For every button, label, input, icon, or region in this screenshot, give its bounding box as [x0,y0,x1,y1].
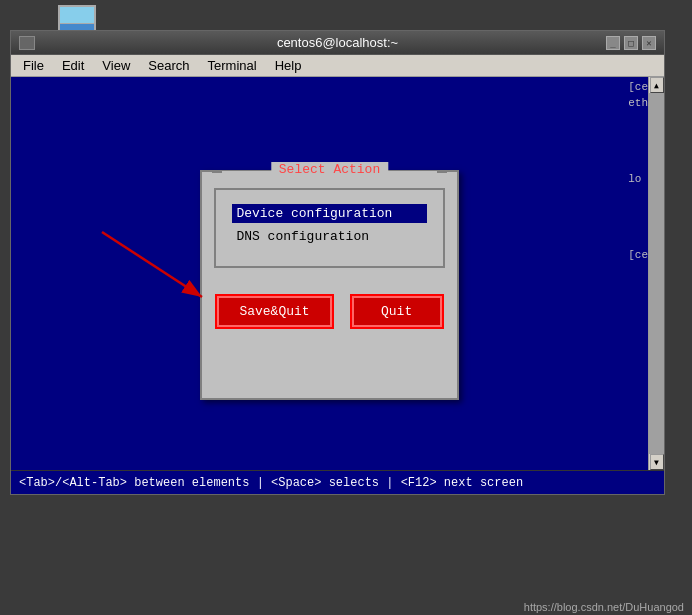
status-text: <Tab>/<Alt-Tab> between elements | <Spac… [19,476,523,490]
url-text: https://blog.csdn.net/DuHuangod [524,601,684,613]
dialog-option-dns[interactable]: DNS configuration [232,227,426,246]
dialog-content: Device configuration DNS configuration [224,198,434,258]
menu-search[interactable]: Search [140,56,197,75]
dialog-overlay: Select Action Device configuration DNS c… [11,123,648,446]
side-text-2: eth [628,95,648,111]
close-button[interactable]: ✕ [642,36,656,50]
maximize-button[interactable]: □ [624,36,638,50]
dialog-box: Select Action Device configuration DNS c… [200,170,458,400]
scroll-up-button[interactable]: ▲ [650,77,664,93]
dialog-option-device[interactable]: Device configuration [232,204,426,223]
scrollbar[interactable]: ▲ ▼ [648,77,664,470]
menu-view[interactable]: View [94,56,138,75]
minimize-button[interactable]: _ [606,36,620,50]
dialog-title: Select Action [271,162,388,177]
side-text-1: [ce [628,79,648,95]
terminal-content: ▲ ▼ [ce eth lo [ce Select Action [11,77,664,470]
menu-edit[interactable]: Edit [54,56,92,75]
scroll-down-button[interactable]: ▼ [650,454,664,470]
menu-terminal[interactable]: Terminal [200,56,265,75]
scrollbar-track[interactable] [649,93,664,454]
desktop: centos6@localhost:~ _ □ ✕ File Edit View… [0,0,692,615]
dialog-buttons: Save&Quit Quit [202,276,456,342]
titlebar-buttons: _ □ ✕ [606,36,656,50]
url-bar: https://blog.csdn.net/DuHuangod [516,599,692,615]
status-bar: <Tab>/<Alt-Tab> between elements | <Spac… [11,470,664,494]
svg-line-1 [102,232,202,297]
menu-bar: File Edit View Search Terminal Help [11,55,664,77]
terminal-icon [19,36,35,50]
terminal-titlebar: centos6@localhost:~ _ □ ✕ [11,31,664,55]
save-quit-button[interactable]: Save&Quit [217,296,331,327]
quit-button[interactable]: Quit [352,296,442,327]
titlebar-left [19,36,35,50]
window-title: centos6@localhost:~ [277,35,398,50]
menu-file[interactable]: File [15,56,52,75]
terminal-window: centos6@localhost:~ _ □ ✕ File Edit View… [10,30,665,495]
menu-help[interactable]: Help [267,56,310,75]
